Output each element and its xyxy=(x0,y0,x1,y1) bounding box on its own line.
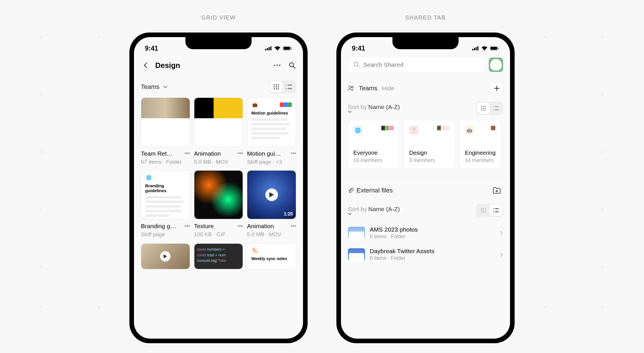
status-time: 9:41 xyxy=(352,45,365,52)
file-row[interactable]: Daybreak Twitter Assets 6 items · Folder xyxy=(348,244,503,265)
card-more-icon[interactable]: ••• xyxy=(237,223,243,229)
doc-title: Branding guidelines xyxy=(145,183,186,193)
attachment-icon xyxy=(348,187,354,194)
team-member-avatars xyxy=(382,125,394,131)
file-card[interactable]: 💼 Motion guidelines Motion gui…••• Skiff… xyxy=(247,98,296,165)
grid-view-button[interactable] xyxy=(477,102,490,114)
svg-rect-1 xyxy=(267,48,268,50)
doc-title: Weekly sync notes xyxy=(251,256,292,261)
svg-rect-0 xyxy=(265,49,266,50)
chevron-down-icon xyxy=(163,85,168,88)
team-card[interactable]: 🌐 Everyone 16 members xyxy=(348,120,400,169)
hide-button[interactable]: Hide xyxy=(382,85,394,92)
file-card[interactable] xyxy=(141,243,190,269)
card-more-icon[interactable]: ••• xyxy=(237,150,243,157)
card-more-icon[interactable]: ••• xyxy=(185,150,190,157)
profile-avatar[interactable] xyxy=(489,58,503,72)
team-member-count: 14 members xyxy=(465,157,496,163)
card-more-icon[interactable]: ••• xyxy=(291,223,296,229)
svg-point-15 xyxy=(274,86,275,87)
file-card[interactable]: Animation••• 5.0 MB · MOV xyxy=(194,98,243,165)
play-icon xyxy=(160,251,170,262)
view-toggle xyxy=(269,80,296,94)
svg-rect-65 xyxy=(495,211,499,213)
file-row[interactable]: AMS 2023 photos 6 items · Folder xyxy=(348,222,503,244)
chevron-right-icon xyxy=(500,231,503,235)
search-field[interactable] xyxy=(363,61,479,68)
svg-rect-48 xyxy=(495,106,499,107)
file-meta: 6 items · Folder xyxy=(370,255,496,261)
sort-dropdown[interactable]: Sort by Name (A-Z) xyxy=(348,104,402,113)
svg-point-43 xyxy=(485,108,486,109)
file-card[interactable]: Team Ret…••• 67 items · Folder xyxy=(141,98,190,165)
sort-dropdown[interactable]: Sort by Name (A-Z) xyxy=(348,206,402,215)
svg-point-16 xyxy=(276,86,277,87)
svg-rect-63 xyxy=(495,208,499,209)
card-title: Branding g… xyxy=(141,223,183,230)
file-card[interactable]: Texture••• 100 KB · GIF xyxy=(194,170,243,238)
grid-view-button[interactable] xyxy=(477,205,490,216)
signal-icon xyxy=(265,46,272,50)
sort-label: Sort by xyxy=(348,104,367,110)
add-team-button[interactable] xyxy=(490,82,503,95)
team-member-count: 3 members xyxy=(409,157,450,163)
svg-rect-24 xyxy=(288,88,292,89)
svg-point-42 xyxy=(483,108,484,109)
chevron-right-icon xyxy=(500,252,503,257)
card-more-icon[interactable]: ••• xyxy=(291,150,296,157)
filter-dropdown[interactable]: Teams xyxy=(141,83,269,91)
signal-icon xyxy=(472,46,479,50)
svg-point-17 xyxy=(278,86,279,87)
svg-point-40 xyxy=(485,106,486,107)
filter-label: Teams xyxy=(141,83,160,91)
svg-point-13 xyxy=(276,84,277,85)
svg-point-56 xyxy=(481,210,482,211)
svg-point-8 xyxy=(277,65,278,66)
card-title: Motion gui… xyxy=(247,150,289,157)
svg-rect-2 xyxy=(269,47,270,50)
file-card[interactable]: 1:20 Animation••• 5.0 MB · MOV xyxy=(247,170,296,238)
team-card[interactable]: 🤖 Engineering 14 members xyxy=(459,120,501,169)
svg-point-9 xyxy=(279,65,281,66)
file-name: Daybreak Twitter Assets xyxy=(370,248,496,255)
svg-point-45 xyxy=(483,110,484,111)
list-view-button[interactable] xyxy=(283,81,295,93)
sort-value: Name (A-Z) xyxy=(368,206,400,212)
svg-point-60 xyxy=(483,212,484,213)
search-input[interactable] xyxy=(348,57,485,73)
svg-point-61 xyxy=(485,212,486,213)
svg-point-12 xyxy=(274,84,275,85)
list-view-button[interactable] xyxy=(490,102,502,114)
file-card[interactable]: const numbers = const total = num consol… xyxy=(194,243,243,269)
chevron-down-icon xyxy=(348,213,402,215)
card-title: Animation xyxy=(247,223,289,230)
team-name: Design xyxy=(409,150,450,156)
back-button[interactable] xyxy=(141,61,150,70)
phone-frame-shared: 9:41 xyxy=(336,33,515,343)
card-title: Texture xyxy=(194,223,236,230)
phone-frame-grid: 9:41 Design xyxy=(129,33,308,343)
svg-point-38 xyxy=(481,106,482,107)
card-meta: Skiff page xyxy=(141,231,190,238)
svg-point-10 xyxy=(290,63,294,67)
grid-view-button[interactable] xyxy=(270,81,283,93)
list-view-button[interactable] xyxy=(490,205,502,216)
pencil-icon: ✏️ xyxy=(251,247,258,254)
file-card[interactable]: ✏️ Weekly sync notes xyxy=(247,243,296,269)
card-more-icon[interactable]: ••• xyxy=(185,223,190,229)
team-card[interactable]: 🍸 Design 3 members xyxy=(404,120,455,169)
card-meta: 100 KB · GIF xyxy=(194,231,243,238)
svg-point-41 xyxy=(481,108,482,109)
battery-icon xyxy=(490,46,499,51)
search-button[interactable] xyxy=(288,61,296,69)
svg-point-44 xyxy=(481,110,482,111)
team-member-count: 16 members xyxy=(353,157,394,163)
card-meta: Skiff page · +3 xyxy=(247,159,296,165)
svg-rect-31 xyxy=(498,47,499,49)
more-button[interactable] xyxy=(273,61,281,69)
wifi-icon xyxy=(481,46,488,51)
file-name: AMS 2023 photos xyxy=(370,226,496,233)
new-folder-button[interactable] xyxy=(490,184,503,197)
people-icon xyxy=(348,86,354,91)
file-card[interactable]: 🌐 Branding guidelines Branding g…••• Ski… xyxy=(141,170,190,238)
